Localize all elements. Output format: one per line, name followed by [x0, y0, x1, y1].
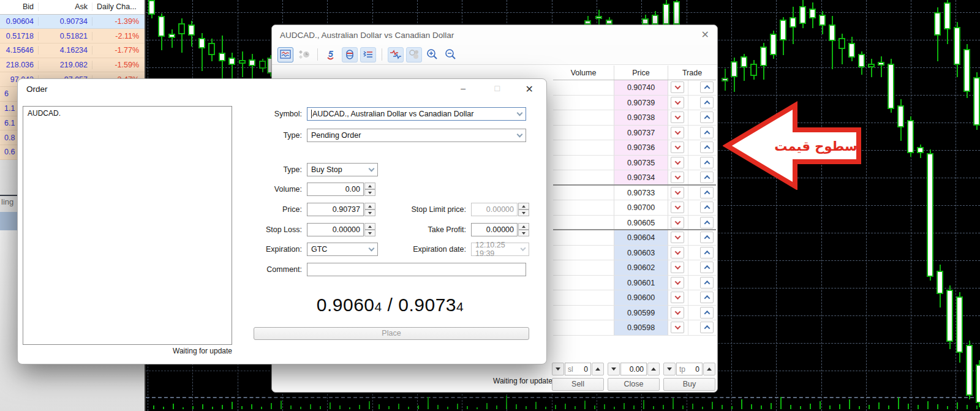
- close-icon[interactable]: ✕: [701, 30, 709, 40]
- decrement-button[interactable]: [518, 230, 529, 236]
- sell-at-price-button[interactable]: [671, 262, 684, 273]
- sl-field[interactable]: sl 0: [565, 363, 591, 375]
- sell-at-price-button[interactable]: [671, 97, 684, 108]
- sl-increment-button[interactable]: [592, 363, 604, 375]
- volume-field[interactable]: 0.00: [620, 363, 647, 375]
- buy-at-price-button[interactable]: [700, 157, 714, 168]
- market-watch-row[interactable]: 218.036219.082-1.59%: [0, 58, 145, 73]
- order-type-combobox[interactable]: Buy Stop: [307, 163, 378, 176]
- speed-icon[interactable]: 5: [323, 47, 339, 62]
- volume-decrement-button[interactable]: [608, 363, 620, 375]
- chevron-down-icon[interactable]: [517, 132, 523, 138]
- tp-field[interactable]: tp 0: [676, 363, 703, 375]
- decrement-button[interactable]: [364, 189, 375, 196]
- place-button[interactable]: Place: [254, 327, 529, 340]
- decrement-button[interactable]: [518, 209, 529, 216]
- volume-bar: [202, 404, 203, 409]
- chevron-down-icon[interactable]: [517, 110, 523, 116]
- buy-at-price-button[interactable]: [700, 141, 714, 153]
- sell-at-price-button[interactable]: [671, 127, 684, 138]
- buy-at-price-button[interactable]: [700, 97, 714, 108]
- volume-bar: [810, 404, 811, 409]
- tp-increment-button[interactable]: [703, 363, 715, 375]
- symbol-combobox[interactable]: AUDCAD., Australian Dollar vs Canadian D…: [307, 107, 526, 121]
- buy-at-price-button[interactable]: [700, 292, 714, 303]
- trading-tab-fragment[interactable]: ling: [1, 197, 13, 206]
- buy-at-price-button[interactable]: [700, 127, 714, 138]
- buy-at-price-button[interactable]: [700, 307, 714, 319]
- volume-bar: [702, 407, 703, 409]
- increment-button[interactable]: [364, 183, 375, 189]
- close-icon[interactable]: ✕: [526, 83, 533, 95]
- sell-at-price-button[interactable]: [671, 81, 684, 93]
- buy-at-price-button[interactable]: [700, 232, 714, 243]
- volume-bar: [967, 405, 968, 409]
- stop-loss-spinner[interactable]: 0.00000: [307, 223, 375, 236]
- volume-bar: [947, 406, 948, 409]
- volume-spinner[interactable]: 0.00: [307, 183, 375, 196]
- price-cell: 0.90598: [614, 320, 668, 335]
- candle-body: [188, 25, 195, 36]
- sell-at-price-button[interactable]: [671, 322, 684, 333]
- buy-button[interactable]: Buy: [663, 378, 715, 391]
- buy-at-price-button[interactable]: [700, 277, 714, 288]
- buy-at-price-button[interactable]: [700, 202, 714, 213]
- zoom-in-icon[interactable]: [424, 47, 440, 62]
- trade-cell: [668, 260, 716, 275]
- buy-at-price-button[interactable]: [700, 217, 714, 228]
- dom-chart-icon[interactable]: [277, 47, 293, 62]
- tp-decrement-button[interactable]: [663, 363, 676, 375]
- order-mode-combobox[interactable]: Pending Order: [307, 129, 526, 142]
- volume-increment-button[interactable]: [647, 363, 660, 375]
- buy-at-price-button[interactable]: [700, 111, 714, 123]
- sell-at-price-button[interactable]: [671, 247, 684, 258]
- price-spinner[interactable]: 0.90737: [307, 203, 375, 216]
- chevron-down-icon[interactable]: [369, 166, 375, 172]
- close-button[interactable]: Close: [608, 378, 660, 391]
- ladder-row: 0.90734: [553, 170, 716, 186]
- sell-at-price-button[interactable]: [671, 157, 684, 168]
- spread-icon[interactable]: [388, 47, 404, 62]
- zoom-out-icon[interactable]: [443, 47, 459, 62]
- sell-at-price-button[interactable]: [671, 187, 684, 198]
- buy-at-price-button[interactable]: [700, 187, 714, 198]
- sell-at-price-button[interactable]: [671, 292, 684, 303]
- volume-cell: [553, 110, 614, 125]
- orders-icon[interactable]: [360, 47, 376, 62]
- increment-button[interactable]: [518, 223, 529, 230]
- sell-at-price-button[interactable]: [671, 307, 684, 319]
- market-watch-row[interactable]: 4.156464.16234-1.77%: [0, 43, 145, 58]
- buy-at-price-button[interactable]: [700, 81, 714, 93]
- sell-button[interactable]: Sell: [552, 378, 604, 391]
- sell-at-price-button[interactable]: [671, 232, 684, 243]
- bubbles-icon[interactable]: [406, 47, 422, 62]
- volume-cell: [553, 170, 614, 184]
- sell-at-price-button[interactable]: [671, 217, 684, 228]
- increment-button[interactable]: [364, 203, 375, 209]
- market-watch-row[interactable]: 0.906040.90734-1.39%: [0, 15, 145, 29]
- increment-button[interactable]: [518, 203, 529, 209]
- buy-at-price-button[interactable]: [700, 172, 714, 183]
- market-watch-row[interactable]: 0.517180.51821-2.11%: [0, 29, 145, 43]
- buy-at-price-button[interactable]: [700, 247, 714, 258]
- chevron-down-icon[interactable]: [369, 246, 375, 252]
- price-cell: 0.90734: [614, 170, 668, 184]
- sl-decrement-button[interactable]: [552, 363, 564, 375]
- expiration-combobox[interactable]: GTC: [307, 243, 378, 256]
- buy-at-price-button[interactable]: [700, 262, 714, 273]
- increment-button[interactable]: [364, 223, 375, 230]
- decrement-button[interactable]: [364, 209, 375, 216]
- comment-input[interactable]: [307, 263, 526, 276]
- minimize-icon[interactable]: –: [461, 83, 466, 93]
- aggregate-icon[interactable]: [342, 47, 358, 62]
- time-sales-icon[interactable]: [296, 47, 312, 62]
- take-profit-spinner[interactable]: 0.00000: [471, 223, 529, 236]
- sell-at-price-button[interactable]: [671, 111, 684, 123]
- sell-at-price-button[interactable]: [671, 277, 684, 288]
- sell-at-price-button[interactable]: [671, 141, 684, 153]
- decrement-button[interactable]: [364, 230, 375, 236]
- volume-cell: [553, 290, 614, 305]
- buy-at-price-button[interactable]: [700, 322, 714, 333]
- sell-at-price-button[interactable]: [671, 202, 684, 213]
- sell-at-price-button[interactable]: [671, 172, 684, 183]
